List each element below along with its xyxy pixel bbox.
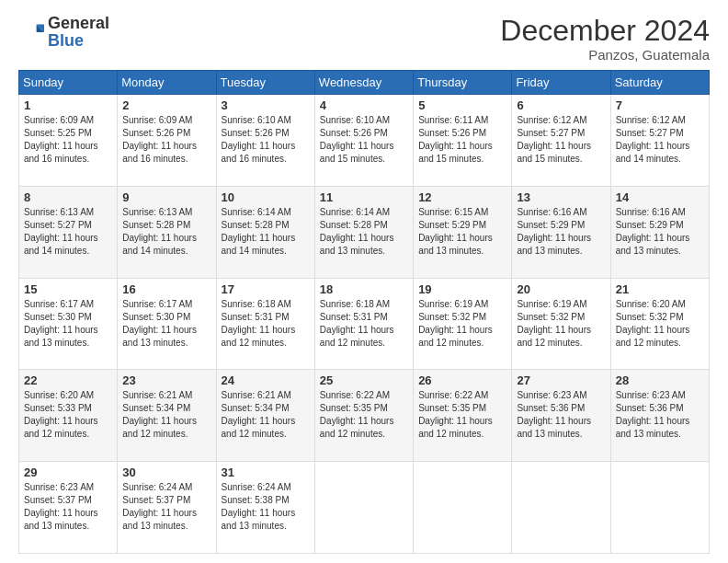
page: General Blue December 2024 Panzos, Guate… [0, 0, 728, 563]
day-number: 15 [24, 282, 112, 296]
day-info: Sunrise: 6:20 AMSunset: 5:33 PMDaylight:… [24, 389, 112, 441]
logo: General Blue [18, 15, 109, 50]
day-info: Sunrise: 6:16 AMSunset: 5:29 PMDaylight:… [616, 206, 704, 258]
day-number: 4 [320, 98, 408, 112]
day-info: Sunrise: 6:21 AMSunset: 5:34 PMDaylight:… [222, 389, 310, 441]
day-number: 26 [418, 373, 506, 387]
logo-icon [18, 19, 44, 45]
calendar-cell: 16Sunrise: 6:17 AMSunset: 5:30 PMDayligh… [118, 278, 216, 370]
day-info: Sunrise: 6:10 AMSunset: 5:26 PMDaylight:… [320, 114, 408, 166]
day-info: Sunrise: 6:23 AMSunset: 5:37 PMDaylight:… [24, 481, 112, 533]
day-info: Sunrise: 6:11 AMSunset: 5:26 PMDaylight:… [418, 114, 506, 166]
calendar-cell: 19Sunrise: 6:19 AMSunset: 5:32 PMDayligh… [414, 278, 512, 370]
calendar-cell: 23Sunrise: 6:21 AMSunset: 5:34 PMDayligh… [118, 370, 216, 462]
calendar-cell: 18Sunrise: 6:18 AMSunset: 5:31 PMDayligh… [314, 278, 413, 370]
col-wednesday: Wednesday [314, 71, 413, 95]
calendar-cell: 25Sunrise: 6:22 AMSunset: 5:35 PMDayligh… [314, 370, 413, 462]
calendar-cell: 2Sunrise: 6:09 AMSunset: 5:26 PMDaylight… [118, 95, 216, 187]
day-number: 22 [24, 373, 112, 387]
day-number: 14 [616, 190, 704, 204]
week-row-3: 22Sunrise: 6:20 AMSunset: 5:33 PMDayligh… [19, 370, 710, 462]
calendar-cell: 6Sunrise: 6:12 AMSunset: 5:27 PMDaylight… [512, 95, 610, 187]
calendar-cell: 26Sunrise: 6:22 AMSunset: 5:35 PMDayligh… [414, 370, 512, 462]
day-info: Sunrise: 6:13 AMSunset: 5:27 PMDaylight:… [24, 206, 112, 258]
col-friday: Friday [512, 71, 610, 95]
col-tuesday: Tuesday [216, 71, 314, 95]
day-number: 23 [122, 373, 210, 387]
calendar-cell: 14Sunrise: 6:16 AMSunset: 5:29 PMDayligh… [610, 186, 709, 278]
logo-general: General [48, 14, 109, 32]
calendar-cell: 21Sunrise: 6:20 AMSunset: 5:32 PMDayligh… [610, 278, 709, 370]
calendar-cell: 27Sunrise: 6:23 AMSunset: 5:36 PMDayligh… [512, 370, 610, 462]
calendar-cell: 29Sunrise: 6:23 AMSunset: 5:37 PMDayligh… [19, 462, 118, 554]
day-info: Sunrise: 6:21 AMSunset: 5:34 PMDaylight:… [122, 389, 210, 441]
day-info: Sunrise: 6:23 AMSunset: 5:36 PMDaylight:… [616, 389, 704, 441]
header: General Blue December 2024 Panzos, Guate… [18, 15, 710, 63]
day-info: Sunrise: 6:14 AMSunset: 5:28 PMDaylight:… [222, 206, 310, 258]
day-number: 17 [222, 282, 310, 296]
calendar-cell: 10Sunrise: 6:14 AMSunset: 5:28 PMDayligh… [216, 186, 314, 278]
week-row-2: 15Sunrise: 6:17 AMSunset: 5:30 PMDayligh… [19, 278, 710, 370]
day-info: Sunrise: 6:10 AMSunset: 5:26 PMDaylight:… [222, 114, 310, 166]
calendar-cell: 17Sunrise: 6:18 AMSunset: 5:31 PMDayligh… [216, 278, 314, 370]
day-info: Sunrise: 6:09 AMSunset: 5:25 PMDaylight:… [24, 114, 112, 166]
calendar-cell: 13Sunrise: 6:16 AMSunset: 5:29 PMDayligh… [512, 186, 610, 278]
calendar-cell: 4Sunrise: 6:10 AMSunset: 5:26 PMDaylight… [314, 95, 413, 187]
day-info: Sunrise: 6:22 AMSunset: 5:35 PMDaylight:… [418, 389, 506, 441]
day-info: Sunrise: 6:09 AMSunset: 5:26 PMDaylight:… [122, 114, 210, 166]
day-number: 18 [320, 282, 408, 296]
day-number: 7 [616, 98, 704, 112]
day-info: Sunrise: 6:23 AMSunset: 5:36 PMDaylight:… [517, 389, 605, 441]
day-number: 2 [122, 98, 210, 112]
day-info: Sunrise: 6:19 AMSunset: 5:32 PMDaylight:… [418, 298, 506, 350]
calendar-cell: 8Sunrise: 6:13 AMSunset: 5:27 PMDaylight… [19, 186, 118, 278]
day-number: 6 [517, 98, 605, 112]
day-number: 12 [418, 190, 506, 204]
day-number: 27 [517, 373, 605, 387]
day-info: Sunrise: 6:13 AMSunset: 5:28 PMDaylight:… [122, 206, 210, 258]
day-number: 19 [418, 282, 506, 296]
calendar-cell: 30Sunrise: 6:24 AMSunset: 5:37 PMDayligh… [118, 462, 216, 554]
day-info: Sunrise: 6:18 AMSunset: 5:31 PMDaylight:… [222, 298, 310, 350]
day-info: Sunrise: 6:17 AMSunset: 5:30 PMDaylight:… [24, 298, 112, 350]
day-number: 11 [320, 190, 408, 204]
calendar-cell [414, 462, 512, 554]
calendar-cell [314, 462, 413, 554]
day-number: 21 [616, 282, 704, 296]
day-info: Sunrise: 6:24 AMSunset: 5:38 PMDaylight:… [222, 481, 310, 533]
calendar-cell: 12Sunrise: 6:15 AMSunset: 5:29 PMDayligh… [414, 186, 512, 278]
calendar-cell: 9Sunrise: 6:13 AMSunset: 5:28 PMDaylight… [118, 186, 216, 278]
col-thursday: Thursday [414, 71, 512, 95]
calendar-cell: 15Sunrise: 6:17 AMSunset: 5:30 PMDayligh… [19, 278, 118, 370]
day-info: Sunrise: 6:14 AMSunset: 5:28 PMDaylight:… [320, 206, 408, 258]
week-row-4: 29Sunrise: 6:23 AMSunset: 5:37 PMDayligh… [19, 462, 710, 554]
calendar-cell: 24Sunrise: 6:21 AMSunset: 5:34 PMDayligh… [216, 370, 314, 462]
day-number: 28 [616, 373, 704, 387]
day-info: Sunrise: 6:24 AMSunset: 5:37 PMDaylight:… [122, 481, 210, 533]
day-number: 3 [222, 98, 310, 112]
calendar-cell: 31Sunrise: 6:24 AMSunset: 5:38 PMDayligh… [216, 462, 314, 554]
main-title: December 2024 [500, 15, 710, 47]
title-section: December 2024 Panzos, Guatemala [500, 15, 710, 63]
calendar-cell: 20Sunrise: 6:19 AMSunset: 5:32 PMDayligh… [512, 278, 610, 370]
day-info: Sunrise: 6:15 AMSunset: 5:29 PMDaylight:… [418, 206, 506, 258]
calendar-header-row: Sunday Monday Tuesday Wednesday Thursday… [19, 71, 710, 95]
col-monday: Monday [118, 71, 216, 95]
day-number: 8 [24, 190, 112, 204]
day-number: 5 [418, 98, 506, 112]
calendar-cell [610, 462, 709, 554]
calendar-cell: 22Sunrise: 6:20 AMSunset: 5:33 PMDayligh… [19, 370, 118, 462]
day-info: Sunrise: 6:16 AMSunset: 5:29 PMDaylight:… [517, 206, 605, 258]
day-number: 9 [122, 190, 210, 204]
week-row-0: 1Sunrise: 6:09 AMSunset: 5:25 PMDaylight… [19, 95, 710, 187]
calendar-cell: 3Sunrise: 6:10 AMSunset: 5:26 PMDaylight… [216, 95, 314, 187]
day-number: 25 [320, 373, 408, 387]
day-number: 1 [24, 98, 112, 112]
day-number: 30 [122, 465, 210, 479]
calendar-cell: 5Sunrise: 6:11 AMSunset: 5:26 PMDaylight… [414, 95, 512, 187]
calendar-cell: 11Sunrise: 6:14 AMSunset: 5:28 PMDayligh… [314, 186, 413, 278]
day-info: Sunrise: 6:12 AMSunset: 5:27 PMDaylight:… [616, 114, 704, 166]
day-info: Sunrise: 6:17 AMSunset: 5:30 PMDaylight:… [122, 298, 210, 350]
day-number: 20 [517, 282, 605, 296]
day-info: Sunrise: 6:22 AMSunset: 5:35 PMDaylight:… [320, 389, 408, 441]
